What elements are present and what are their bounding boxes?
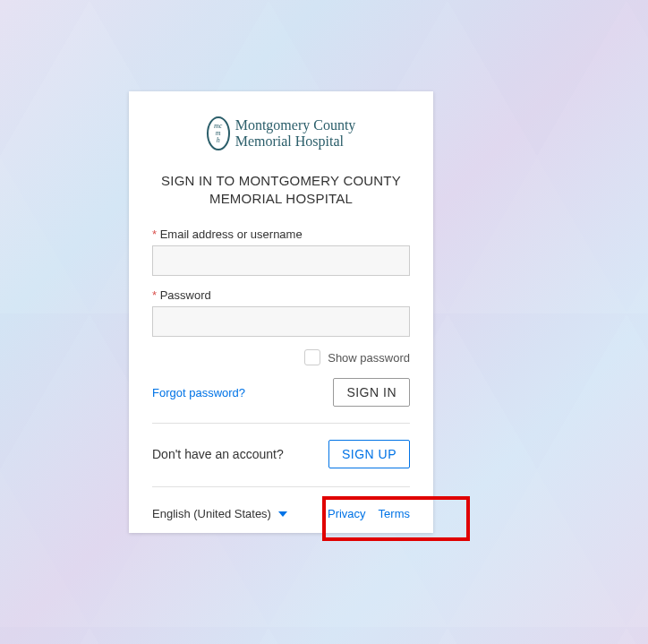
password-label: * Password [152,288,410,302]
logo-oval-text-bot: h [217,137,220,144]
email-label: * Email address or username [152,228,410,241]
no-account-text: Don't have an account? [152,447,284,461]
actions-row: Forgot password? SIGN IN [152,378,410,407]
logo-oval-icon: mc m h [207,116,230,150]
logo-line1: Montgomery County [235,117,356,133]
email-label-text: Email address or username [160,228,303,241]
password-input[interactable] [152,306,410,337]
footer-row: English (United States) Privacy Terms [152,503,410,520]
divider [152,423,410,424]
language-selector[interactable]: English (United States) [152,507,287,520]
language-label: English (United States) [152,507,271,520]
email-input[interactable] [152,245,410,276]
signup-button[interactable]: SIGN UP [328,440,410,468]
divider [152,486,410,487]
forgot-password-link[interactable]: Forgot password? [152,386,245,399]
logo-text: Montgomery County Memorial Hospital [235,117,356,150]
signin-card: mc m h Montgomery County Memorial Hospit… [129,91,433,533]
signup-row: Don't have an account? SIGN UP [152,440,410,468]
caret-down-icon [278,511,287,517]
show-password-label: Show password [328,351,410,365]
privacy-link[interactable]: Privacy [328,507,366,520]
logo: mc m h Montgomery County Memorial Hospit… [152,116,410,150]
show-password-row: Show password [152,349,410,365]
required-mark: * [152,288,157,302]
logo-line2: Memorial Hospital [235,133,356,150]
footer-links: Privacy Terms [328,507,410,520]
page-heading: SIGN IN TO MONTGOMERY COUNTY MEMORIAL HO… [152,172,410,208]
show-password-checkbox[interactable] [304,349,320,365]
password-label-text: Password [160,288,211,302]
signin-button[interactable]: SIGN IN [333,378,410,407]
terms-link[interactable]: Terms [379,507,410,520]
required-mark: * [152,228,157,241]
